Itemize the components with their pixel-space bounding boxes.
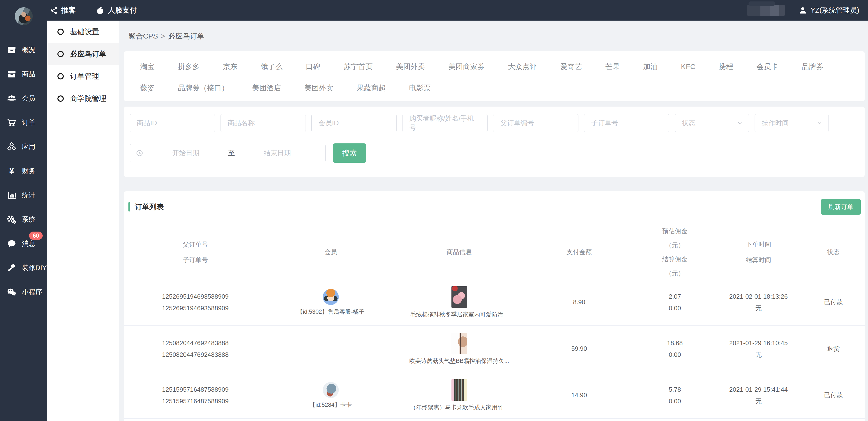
end-date-placeholder: 结束日期 — [235, 149, 320, 158]
sub-order-no: 1252695194693588909 — [162, 302, 229, 314]
member-label: 【id:5284】卡卡 — [310, 401, 352, 409]
tab-jingdong[interactable]: 京东 — [223, 62, 238, 72]
sidebar-item-finance[interactable]: ¥ 财务 — [0, 159, 47, 183]
sidebar-item-decorate-diy[interactable]: 装修DIY — [0, 256, 47, 280]
product-title: （年终聚惠）马卡龙软毛成人家用竹... — [410, 403, 508, 411]
tab-brand-coupon[interactable]: 品牌券 — [802, 62, 824, 72]
sidebar-item-statistics[interactable]: 统计 — [0, 183, 47, 207]
tab-membership-card[interactable]: 会员卡 — [756, 62, 778, 72]
product-id-input[interactable]: 商品ID — [130, 114, 215, 132]
sub-order-no: 1250820447692483888 — [162, 349, 229, 360]
bar-chart-icon — [7, 190, 17, 200]
estimated-commission: 5.78 — [669, 384, 681, 395]
user-menu[interactable]: YZ(系统管理员) — [799, 6, 859, 15]
sidebar-item-apps[interactable]: 应用 — [0, 135, 47, 159]
orders-table: 父订单号子订单号 会员 商品信息 支付金额 预估佣金 （元） 结算佣金 （元） … — [124, 225, 865, 419]
tab-iqiyi[interactable]: 爱奇艺 — [560, 62, 582, 72]
cubes-icon — [7, 142, 17, 152]
tab-koubei[interactable]: 口碑 — [306, 62, 320, 72]
submenu-item-label: 订单管理 — [70, 71, 99, 82]
tab-eleme[interactable]: 饿了么 — [261, 62, 283, 72]
tab-meituan-hotel[interactable]: 美团酒店 — [252, 83, 281, 93]
sidebar-item-label: 消息 — [22, 239, 35, 248]
top-nav-label: 人脸支付 — [108, 5, 137, 15]
top-nav-tuike[interactable]: 推客 — [50, 5, 76, 15]
tab-kfc[interactable]: KFC — [681, 62, 695, 72]
date-separator: 至 — [228, 149, 235, 158]
tab-grocery[interactable]: 果蔬商超 — [357, 83, 386, 93]
sidebar-item-orders[interactable]: 订单 — [0, 110, 47, 135]
tab-weizi[interactable]: 薇姿 — [140, 83, 155, 93]
sidebar-item-label: 商品 — [22, 69, 35, 79]
chevron-down-icon — [816, 120, 823, 126]
date-range-picker[interactable]: 开始日期 至 结束日期 — [130, 144, 326, 162]
top-bar-right: YZ(系统管理员) — [747, 5, 859, 16]
tab-ctrip[interactable]: 携程 — [719, 62, 733, 72]
left-sidebar: 概况 商品 会员 订单 应用 ¥ — [0, 0, 47, 421]
box-icon — [7, 45, 17, 55]
product-title: 欧美诗蘑菇头气垫BB霜控油保湿持久... — [409, 357, 509, 365]
breadcrumb-parent[interactable]: 聚合CPS — [128, 32, 158, 40]
sidebar-item-label: 装修DIY — [22, 263, 47, 272]
placeholder: 操作时间 — [762, 119, 789, 128]
pay-amount: 59.90 — [523, 326, 635, 372]
tab-meituan-waimai[interactable]: 美团外卖 — [396, 62, 425, 72]
filters-card: 商品ID 商品名称 会员ID 购买者昵称/姓名/手机号 父订单编号 子订单号 状… — [124, 106, 865, 177]
operate-time-select[interactable]: 操作时间 — [754, 114, 829, 132]
tab-jiayou[interactable]: 加油 — [643, 62, 658, 72]
placeholder: 商品ID — [137, 119, 157, 128]
sidebar-item-system[interactable]: 系统 — [0, 207, 47, 232]
sidebar-item-miniprogram[interactable]: 小程序 — [0, 280, 47, 304]
radio-circle-icon — [57, 73, 64, 79]
member-id-input[interactable]: 会员ID — [311, 114, 397, 132]
user-icon — [799, 6, 807, 15]
status-select[interactable]: 状态 — [675, 114, 749, 132]
top-nav-face-pay[interactable]: 人脸支付 — [96, 5, 137, 15]
clock-icon — [136, 149, 144, 157]
status-text: 退货 — [802, 326, 865, 372]
placeholder: 父订单编号 — [500, 119, 534, 128]
tab-movie-ticket[interactable]: 电影票 — [409, 83, 431, 93]
refresh-orders-button[interactable]: 刷新订单 — [821, 199, 861, 215]
main-content: 聚合CPS>必应鸟订单 淘宝 拼多多 京东 饿了么 口碑 苏宁首页 美团外卖 美… — [119, 21, 868, 421]
tab-pinduoduo[interactable]: 拼多多 — [178, 62, 200, 72]
col-times: 下单时间结算时间 — [715, 225, 802, 279]
pay-amount: 8.90 — [523, 279, 635, 325]
users-icon — [7, 94, 17, 103]
user-label: YZ(系统管理员) — [811, 6, 859, 15]
avatar[interactable] — [15, 7, 33, 25]
parent-order-no-input[interactable]: 父订单编号 — [493, 114, 579, 132]
submenu-item-bingbird-orders[interactable]: 必应鸟订单 — [47, 43, 119, 65]
sidebar-item-overview[interactable]: 概况 — [0, 38, 47, 62]
sidebar-item-messages[interactable]: 消息 60 — [0, 232, 47, 256]
tab-meituan-merchant-coupon[interactable]: 美团商家券 — [448, 62, 485, 72]
col-commission: 预估佣金 （元） 结算佣金 （元） — [635, 225, 715, 279]
col-status: 状态 — [802, 225, 865, 279]
sidebar-item-members[interactable]: 会员 — [0, 86, 47, 110]
sub-order-no-input[interactable]: 子订单号 — [584, 114, 669, 132]
tab-mango[interactable]: 芒果 — [605, 62, 620, 72]
placeholder: 商品名称 — [227, 119, 255, 128]
submenu-item-label: 必应鸟订单 — [70, 49, 106, 59]
buyer-input[interactable]: 购买者昵称/姓名/手机号 — [402, 114, 488, 132]
sidebar-item-label: 系统 — [22, 215, 35, 224]
sub-order-no: 1251595716487588909 — [162, 395, 229, 407]
tab-meituan-waimai-2[interactable]: 美团外卖 — [304, 83, 334, 93]
share-icon — [50, 6, 58, 14]
submenu-item-basic-settings[interactable]: 基础设置 — [47, 21, 119, 43]
breadcrumb-separator: > — [161, 32, 165, 40]
tab-brand-coupon-api[interactable]: 品牌券（接口） — [178, 83, 229, 93]
product-image — [452, 286, 467, 307]
tab-dianping[interactable]: 大众点评 — [508, 62, 537, 72]
tab-taobao[interactable]: 淘宝 — [140, 62, 155, 72]
submenu-item-order-management[interactable]: 订单管理 — [47, 65, 119, 88]
member-avatar — [323, 289, 339, 305]
placeholder: 会员ID — [318, 119, 339, 128]
submenu-item-academy-management[interactable]: 商学院管理 — [47, 88, 119, 110]
search-button[interactable]: 搜索 — [333, 143, 366, 163]
table-row: 12526951946935889091252695194693588909 【… — [124, 279, 865, 326]
product-name-input[interactable]: 商品名称 — [220, 114, 306, 132]
secondary-sidebar: 基础设置 必应鸟订单 订单管理 商学院管理 — [47, 21, 119, 421]
tab-suning[interactable]: 苏宁首页 — [344, 62, 373, 72]
sidebar-item-goods[interactable]: 商品 — [0, 62, 47, 86]
